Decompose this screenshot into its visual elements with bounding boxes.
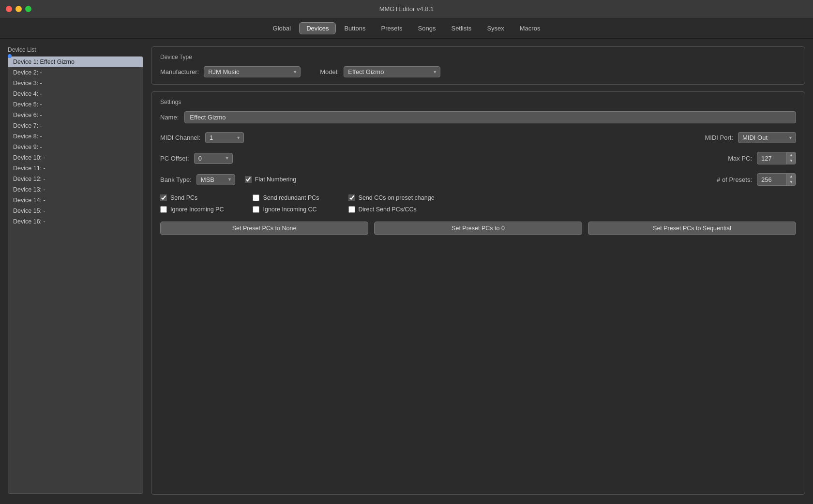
tab-sysex[interactable]: Sysex (480, 22, 511, 34)
device-item[interactable]: Device 8: - (8, 131, 143, 142)
bank-type-label: Bank Type: (160, 176, 192, 183)
send-pcs-label: Send PCs (170, 194, 197, 201)
manufacturer-label: Manufacturer: (160, 68, 199, 75)
tab-buttons[interactable]: Buttons (337, 22, 373, 34)
tab-devices[interactable]: Devices (299, 22, 336, 34)
max-pc-up-button[interactable]: ▲ (787, 152, 796, 158)
bank-type-select[interactable]: MSB LSB None (196, 174, 235, 185)
manufacturer-select[interactable]: RJM Music Boss Line 6 Fractal (204, 66, 301, 77)
model-label: Model: (320, 68, 339, 75)
manufacturer-group: Manufacturer: RJM Music Boss Line 6 Frac… (160, 66, 301, 77)
pc-offset-select-wrapper: 012 345 (194, 153, 233, 164)
send-ccs-preset-change-item[interactable]: Send CCs on preset change (348, 194, 435, 201)
ignore-incoming-pc-item[interactable]: Ignore Incoming PC (160, 206, 224, 213)
device-item[interactable]: Device 7: - (8, 120, 143, 131)
set-preset-pcs-none-button[interactable]: Set Preset PCs to None (160, 222, 368, 235)
device-item[interactable]: Device 5: - (8, 99, 143, 110)
tab-setlists[interactable]: Setlists (444, 22, 479, 34)
num-presets-spinbox: ▲ ▼ (757, 173, 796, 186)
model-select-wrapper: Effect Gizmo Mini Effect Gizmo PBC/6X PB… (344, 66, 440, 77)
bank-type-select-wrapper: MSB LSB None (196, 174, 235, 185)
ignore-incoming-pc-checkbox[interactable] (160, 206, 167, 213)
direct-send-pcs-ccs-checkbox[interactable] (348, 206, 355, 213)
device-item[interactable]: Device 10: - (8, 152, 143, 163)
send-pcs-checkbox[interactable] (160, 194, 167, 201)
minimize-button[interactable] (15, 6, 22, 12)
max-pc-down-button[interactable]: ▼ (787, 158, 796, 164)
bank-type-left: Bank Type: MSB LSB None Flat Numbering (160, 174, 296, 185)
checkbox-col-2: Send redundant PCs Ignore Incoming CC (253, 194, 319, 213)
max-pc-input[interactable] (757, 153, 786, 163)
device-item[interactable]: Device 11: - (8, 163, 143, 174)
set-preset-pcs-sequential-button[interactable]: Set Preset PCs to Sequential (588, 222, 796, 235)
send-redundant-pcs-label: Send redundant PCs (263, 194, 319, 201)
device-item[interactable]: Device 15: - (8, 206, 143, 216)
flat-numbering-checkbox[interactable] (245, 176, 252, 183)
send-ccs-preset-change-checkbox[interactable] (348, 194, 355, 201)
name-row: Name: (160, 111, 796, 123)
name-input[interactable] (184, 111, 796, 123)
pc-offset-select[interactable]: 012 345 (194, 153, 233, 164)
midi-port-select-wrapper: MIDI Out MIDI In USB (738, 132, 796, 143)
tab-bar: Global Devices Buttons Presets Songs Set… (0, 18, 813, 39)
pc-offset-row: PC Offset: 012 345 Max PC: (160, 152, 796, 164)
device-item[interactable]: Device 4: - (8, 89, 143, 99)
send-redundant-pcs-checkbox[interactable] (253, 194, 259, 201)
bank-type-row: Bank Type: MSB LSB None Flat Numbering (160, 173, 796, 186)
midi-channel-group: MIDI Channel: 1234 5678 9101112 13141516 (160, 132, 244, 143)
midi-port-select[interactable]: MIDI Out MIDI In USB (738, 132, 796, 143)
device-item[interactable]: Device 6: - (8, 110, 143, 120)
ignore-incoming-cc-label: Ignore Incoming CC (263, 206, 316, 213)
device-item[interactable]: Device 14: - (8, 195, 143, 206)
checkbox-col-3: Send CCs on preset change Direct Send PC… (348, 194, 435, 213)
send-redundant-pcs-item[interactable]: Send redundant PCs (253, 194, 319, 201)
num-presets-group: # of Presets: ▲ ▼ (717, 173, 796, 186)
midi-port-group: MIDI Port: MIDI Out MIDI In USB (705, 132, 796, 143)
device-item[interactable]: Device 16: - (8, 216, 143, 227)
manufacturer-select-wrapper: RJM Music Boss Line 6 Fractal (204, 66, 301, 77)
max-pc-group: Max PC: ▲ ▼ (728, 152, 796, 164)
pc-offset-label: PC Offset: (160, 155, 189, 162)
device-type-row: Manufacturer: RJM Music Boss Line 6 Frac… (160, 66, 796, 77)
checkbox-group: Send PCs Ignore Incoming PC Send redunda… (160, 194, 796, 213)
app-title: MMGTEditor v4.8.1 (379, 5, 434, 13)
title-bar: MMGTEditor v4.8.1 (0, 0, 813, 18)
right-panel: Device Type Manufacturer: RJM Music Boss… (151, 46, 805, 495)
max-pc-spinbox: ▲ ▼ (757, 152, 796, 164)
direct-send-pcs-ccs-label: Direct Send PCs/CCs (359, 206, 417, 213)
device-type-title: Device Type (160, 54, 796, 60)
settings-section: Settings Name: MIDI Channel: 1234 5678 (151, 91, 805, 495)
pc-offset-group: PC Offset: 012 345 (160, 153, 233, 164)
device-item[interactable]: Device 13: - (8, 184, 143, 195)
max-pc-spin-buttons: ▲ ▼ (786, 152, 796, 164)
action-buttons-row: Set Preset PCs to None Set Preset PCs to… (160, 222, 796, 235)
set-preset-pcs-0-button[interactable]: Set Preset PCs to 0 (374, 222, 582, 235)
device-item[interactable]: Device 3: - (8, 78, 143, 89)
tab-macros[interactable]: Macros (512, 22, 548, 34)
device-item[interactable]: Device 9: - (8, 142, 143, 152)
device-list-label: Device List (8, 46, 143, 53)
ignore-incoming-cc-item[interactable]: Ignore Incoming CC (253, 206, 319, 213)
device-item[interactable]: Device 1: Effect Gizmo (8, 57, 143, 67)
settings-inner: Name: MIDI Channel: 1234 5678 9101112 13… (160, 111, 796, 235)
device-item[interactable]: Device 2: - (8, 67, 143, 78)
flat-numbering-checkbox-item[interactable]: Flat Numbering (245, 176, 296, 183)
num-presets-down-button[interactable]: ▼ (787, 179, 796, 185)
num-presets-input[interactable] (757, 175, 786, 185)
model-select[interactable]: Effect Gizmo Mini Effect Gizmo PBC/6X PB… (344, 66, 440, 77)
flat-numbering-label: Flat Numbering (255, 176, 296, 183)
num-presets-up-button[interactable]: ▲ (787, 174, 796, 179)
tab-songs[interactable]: Songs (411, 22, 443, 34)
send-ccs-preset-change-label: Send CCs on preset change (359, 194, 435, 201)
maximize-button[interactable] (25, 6, 31, 12)
device-list-panel: Device List Device 1: Effect GizmoDevice… (8, 46, 143, 495)
device-item[interactable]: Device 12: - (8, 174, 143, 184)
midi-channel-select[interactable]: 1234 5678 9101112 13141516 (205, 132, 244, 143)
send-pcs-item[interactable]: Send PCs (160, 194, 224, 201)
direct-send-pcs-ccs-item[interactable]: Direct Send PCs/CCs (348, 206, 435, 213)
max-pc-label: Max PC: (728, 155, 752, 162)
tab-presets[interactable]: Presets (374, 22, 410, 34)
ignore-incoming-cc-checkbox[interactable] (253, 206, 259, 213)
close-button[interactable] (6, 6, 12, 12)
tab-global[interactable]: Global (266, 22, 299, 34)
